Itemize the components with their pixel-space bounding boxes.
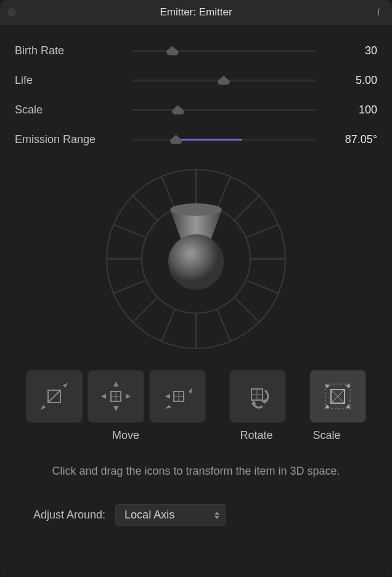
close-icon[interactable] <box>7 8 16 17</box>
birth-rate-label: Birth Rate <box>15 44 132 57</box>
svg-line-6 <box>133 195 158 221</box>
svg-line-10 <box>161 176 175 209</box>
svg-line-14 <box>113 280 146 293</box>
move-plane-icon <box>37 379 71 414</box>
tool-labels-row: Move Rotate Scale <box>15 429 377 442</box>
info-button[interactable]: i <box>372 6 385 18</box>
rotate-label: Rotate <box>228 429 285 442</box>
svg-line-7 <box>234 195 259 221</box>
move-z-button[interactable] <box>149 370 206 423</box>
emission-range-row: Emission Range 87.05° <box>15 125 377 154</box>
rotate-icon <box>240 379 275 414</box>
life-label: Life <box>15 74 132 87</box>
scale-icon <box>321 379 355 414</box>
transform-tools <box>15 370 377 423</box>
life-slider[interactable] <box>132 74 316 86</box>
scale-slider[interactable] <box>132 104 316 116</box>
birth-rate-row: Birth Rate 30 <box>15 36 377 65</box>
move-arrows-icon <box>99 379 133 414</box>
scale-button[interactable] <box>309 370 366 423</box>
birth-rate-value[interactable]: 30 <box>316 44 377 57</box>
svg-line-11 <box>217 176 231 209</box>
adjust-around-label: Adjust Around: <box>33 509 105 522</box>
svg-line-9 <box>234 297 259 322</box>
svg-line-21 <box>48 390 60 403</box>
scale-value[interactable]: 100 <box>316 104 377 117</box>
adjust-around-value: Local Axis <box>125 509 174 521</box>
window-title: Emitter: Emitter <box>160 6 232 18</box>
move-xy-button[interactable] <box>26 370 83 423</box>
scale-row: Scale 100 <box>15 95 377 125</box>
content-area: Birth Rate 30 Life 5.00 Scale 100 E <box>0 25 392 577</box>
life-row: Life 5.00 <box>15 65 377 95</box>
svg-line-16 <box>161 309 175 342</box>
svg-line-15 <box>246 280 279 293</box>
svg-point-19 <box>168 234 224 290</box>
select-arrows-icon <box>214 512 219 519</box>
emission-dial-icon[interactable] <box>104 166 288 351</box>
scale-tool-label: Scale <box>298 429 355 442</box>
adjust-around-row: Adjust Around: Local Axis <box>15 504 377 526</box>
emission-range-slider[interactable] <box>132 133 316 145</box>
scale-label: Scale <box>15 104 132 117</box>
svg-line-8 <box>133 297 158 322</box>
svg-line-12 <box>113 224 146 238</box>
hint-text: Click and drag the icons to transform th… <box>15 463 377 480</box>
adjust-around-select[interactable]: Local Axis <box>115 504 226 526</box>
titlebar: Emitter: Emitter i <box>0 0 392 25</box>
birth-rate-slider[interactable] <box>132 44 316 57</box>
svg-line-17 <box>217 309 231 342</box>
rotate-button[interactable] <box>229 370 286 423</box>
emitter-panel: Emitter: Emitter i Birth Rate 30 Life 5.… <box>0 0 392 577</box>
move-label: Move <box>37 429 214 442</box>
emission-range-value[interactable]: 87.05° <box>316 133 377 146</box>
move-depth-icon <box>160 379 195 414</box>
svg-point-18 <box>170 203 222 216</box>
svg-line-13 <box>246 224 279 238</box>
move-xyz-button[interactable] <box>88 370 144 423</box>
emission-range-label: Emission Range <box>15 133 132 146</box>
life-value[interactable]: 5.00 <box>316 74 377 87</box>
emission-preview[interactable] <box>15 154 377 370</box>
